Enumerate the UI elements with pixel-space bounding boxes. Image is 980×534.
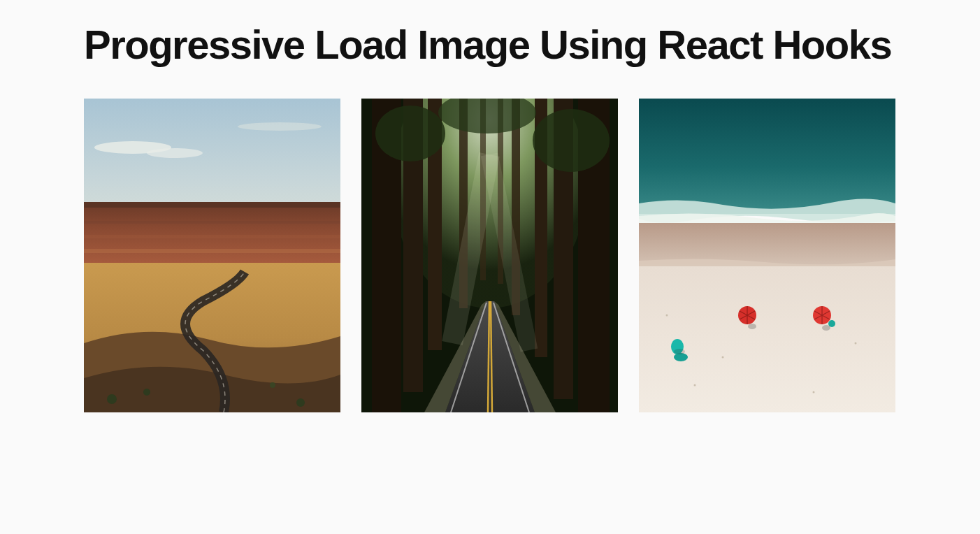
svg-point-38: [748, 324, 756, 329]
forest-image: [361, 99, 618, 412]
svg-point-11: [143, 389, 150, 396]
beach-image: [639, 99, 895, 412]
svg-point-34: [813, 391, 815, 394]
svg-rect-6: [84, 221, 340, 224]
svg-point-41: [822, 325, 830, 331]
image-grid: [84, 99, 896, 412]
svg-rect-29: [639, 99, 895, 214]
page-container: Progressive Load Image Using React Hooks: [0, 0, 980, 433]
image-card-forest: [361, 99, 618, 412]
svg-point-12: [296, 398, 305, 407]
svg-point-26: [375, 106, 445, 161]
svg-rect-5: [84, 202, 340, 208]
svg-rect-8: [84, 249, 340, 253]
svg-point-33: [722, 356, 724, 359]
svg-point-32: [666, 315, 668, 317]
svg-point-44: [674, 349, 685, 354]
svg-point-3: [238, 122, 322, 131]
svg-point-10: [107, 394, 117, 404]
svg-rect-7: [84, 235, 340, 238]
svg-point-13: [270, 382, 275, 388]
svg-point-2: [147, 148, 203, 158]
image-card-beach: [639, 99, 895, 412]
svg-rect-0: [84, 99, 340, 217]
svg-point-35: [855, 342, 857, 345]
svg-point-27: [533, 109, 610, 172]
desert-image: [84, 99, 340, 412]
image-card-desert: [84, 99, 340, 412]
svg-point-36: [694, 384, 696, 387]
page-title: Progressive Load Image Using React Hooks: [84, 21, 896, 68]
